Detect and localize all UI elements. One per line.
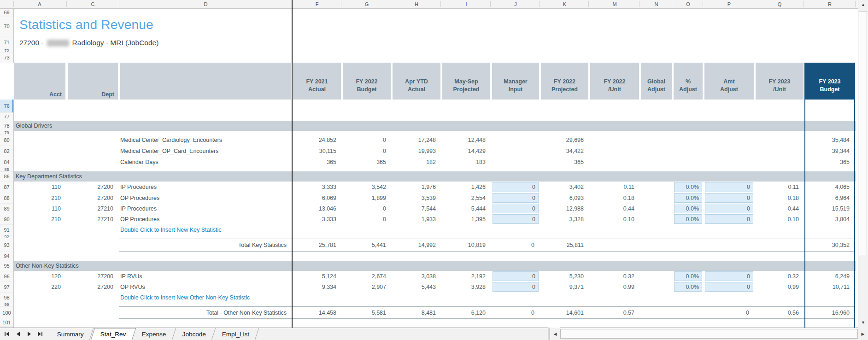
value-cell-fy22p[interactable]: 14,601 [541, 306, 584, 319]
tab-summary[interactable]: Summary [48, 328, 94, 340]
value-cell-mgr[interactable]: 0 [492, 306, 534, 319]
scroll-down-icon[interactable]: ▼ [858, 318, 868, 327]
value-cell-fy22b[interactable]: 5,581 [343, 306, 386, 319]
statistic-name-cell[interactable]: OP Procedures [120, 214, 291, 224]
value-cell-fy23b[interactable]: 30,352 [805, 239, 850, 252]
input-cell-mgr[interactable]: 0 [493, 214, 539, 224]
value-cell-fy22p[interactable]: 5,230 [541, 271, 584, 281]
input-cell-pct[interactable]: 0.0% [674, 214, 702, 224]
value-cell-fy22p[interactable]: 34,422 [541, 146, 584, 157]
value-cell-fy22p[interactable]: 3,328 [541, 214, 584, 224]
value-cell-fy21[interactable]: 5,124 [293, 271, 336, 281]
value-cell-maysep[interactable]: 1,395 [442, 214, 486, 224]
value-cell-fy23b[interactable]: 6,964 [805, 193, 850, 203]
value-cell-fy22b[interactable]: 0 [343, 135, 386, 146]
value-cell-fy21[interactable]: 9,334 [293, 281, 336, 292]
statistic-name-cell[interactable]: OP RVUs [120, 281, 291, 292]
acct-cell[interactable]: 210 [14, 193, 61, 203]
value-cell-fy22b[interactable]: 2,907 [343, 281, 386, 292]
value-cell-aprytd[interactable]: 3,539 [393, 193, 436, 203]
insert-statistic-link[interactable]: Double Click to Insert New Key Statistic [120, 224, 222, 235]
dept-cell[interactable]: 27200 [68, 182, 113, 193]
value-cell-fy22u[interactable]: 0.57 [590, 306, 634, 319]
dept-cell[interactable]: 27200 [68, 271, 113, 281]
value-cell-fy23u[interactable]: 0.44 [756, 203, 799, 214]
value-cell-fy22b[interactable]: 0 [343, 203, 386, 214]
input-cell-amt[interactable]: 0 [705, 193, 753, 203]
statistic-name-cell[interactable]: IP RVUs [120, 271, 291, 281]
value-cell-fy22p[interactable]: 3,402 [541, 182, 584, 193]
total-row-label[interactable]: Total - Other Non-Key Statistics [120, 306, 287, 319]
statistic-name-cell[interactable]: Calendar Days [120, 157, 291, 168]
value-cell-fy23b[interactable]: 15,519 [805, 203, 850, 214]
value-cell-fy23b[interactable]: 4,065 [805, 182, 850, 193]
input-cell-mgr[interactable]: 0 [493, 282, 539, 292]
input-cell-mgr[interactable]: 0 [493, 204, 539, 213]
value-cell-fy21[interactable]: 25,781 [293, 239, 336, 252]
value-cell-fy21[interactable]: 6,069 [293, 193, 336, 203]
value-cell-amt[interactable]: 0 [704, 306, 749, 319]
dept-cell[interactable]: 27200 [68, 281, 113, 292]
value-cell-fy21[interactable]: 3,333 [293, 214, 336, 224]
tab-expense[interactable]: Expense [133, 328, 176, 340]
value-cell-fy23b[interactable]: 35,484 [805, 135, 850, 146]
first-sheet-icon[interactable] [2, 329, 12, 339]
statistic-name-cell[interactable]: Medical Center_OP_Card_Encounters [120, 146, 291, 157]
input-cell-amt[interactable]: 0 [705, 182, 753, 192]
previous-sheet-icon[interactable] [13, 329, 23, 339]
input-cell-pct[interactable]: 0.0% [674, 204, 702, 213]
value-cell-fy23u[interactable]: 0.18 [756, 193, 799, 203]
dept-cell[interactable]: 27200 [68, 193, 113, 203]
value-cell-fy23u[interactable]: 0.10 [756, 214, 799, 224]
value-cell-fy22u[interactable]: 0.44 [590, 203, 634, 214]
input-cell-amt[interactable]: 0 [705, 204, 753, 213]
value-cell-aprytd[interactable]: 1,933 [393, 214, 436, 224]
value-cell-fy22b[interactable]: 2,674 [343, 271, 386, 281]
value-cell-fy23u[interactable]: 0.11 [756, 182, 799, 193]
value-cell-fy21[interactable]: 3,333 [293, 182, 336, 193]
input-cell-mgr[interactable]: 0 [493, 182, 539, 192]
total-row-label[interactable]: Total Key Statistics [120, 239, 287, 252]
value-cell-maysep[interactable]: 10,819 [442, 239, 486, 252]
value-cell-fy22b[interactable]: 3,542 [343, 182, 386, 193]
value-cell-aprytd[interactable]: 182 [393, 157, 436, 168]
statistic-name-cell[interactable]: IP Procedures [120, 203, 291, 214]
scroll-left-icon[interactable]: ◀ [550, 328, 560, 340]
value-cell-fy23b[interactable]: 16,960 [805, 306, 850, 319]
value-cell-fy22u[interactable]: 0.99 [590, 281, 634, 292]
value-cell-maysep[interactable]: 6,120 [442, 306, 486, 319]
vertical-scroll-thumb[interactable] [859, 11, 867, 255]
value-cell-aprytd[interactable]: 8,481 [393, 306, 436, 319]
value-cell-mgr[interactable]: 0 [492, 239, 534, 252]
next-sheet-icon[interactable] [24, 329, 34, 339]
value-cell-fy22p[interactable]: 25,811 [541, 239, 584, 252]
acct-cell[interactable]: 120 [14, 271, 61, 281]
value-cell-fy23b[interactable]: 10,711 [805, 281, 850, 292]
statistic-name-cell[interactable]: OP Procedures [120, 193, 291, 203]
value-cell-maysep[interactable]: 5,444 [442, 203, 486, 214]
value-cell-fy22u[interactable]: 0.18 [590, 193, 634, 203]
acct-cell[interactable]: 220 [14, 281, 61, 292]
value-cell-aprytd[interactable]: 14,992 [393, 239, 436, 252]
value-cell-fy22b[interactable]: 365 [343, 157, 386, 168]
value-cell-aprytd[interactable]: 19,993 [393, 146, 436, 157]
input-cell-mgr[interactable]: 0 [493, 271, 539, 281]
acct-cell[interactable]: 210 [14, 214, 61, 224]
input-cell-pct[interactable]: 0.0% [674, 193, 702, 203]
value-cell-maysep[interactable]: 2,192 [442, 271, 486, 281]
tab-jobcode[interactable]: Jobcode [173, 328, 216, 340]
value-cell-fy23b[interactable]: 365 [805, 157, 850, 168]
acct-cell[interactable]: 110 [14, 182, 61, 193]
value-cell-fy22p[interactable]: 365 [541, 157, 584, 168]
value-cell-fy23u[interactable]: 0.99 [756, 281, 799, 292]
last-sheet-icon[interactable] [35, 329, 45, 339]
input-cell-pct[interactable]: 0.0% [674, 271, 702, 281]
value-cell-fy21[interactable]: 30,115 [293, 146, 336, 157]
dept-cell[interactable]: 27210 [68, 203, 113, 214]
value-cell-aprytd[interactable]: 7,544 [393, 203, 436, 214]
value-cell-fy21[interactable]: 13,046 [293, 203, 336, 214]
value-cell-maysep[interactable]: 2,554 [442, 193, 486, 203]
value-cell-fy21[interactable]: 14,458 [293, 306, 336, 319]
tab-stat_rev[interactable]: Stat_Rev [91, 328, 136, 340]
value-cell-fy22b[interactable]: 1,899 [343, 193, 386, 203]
